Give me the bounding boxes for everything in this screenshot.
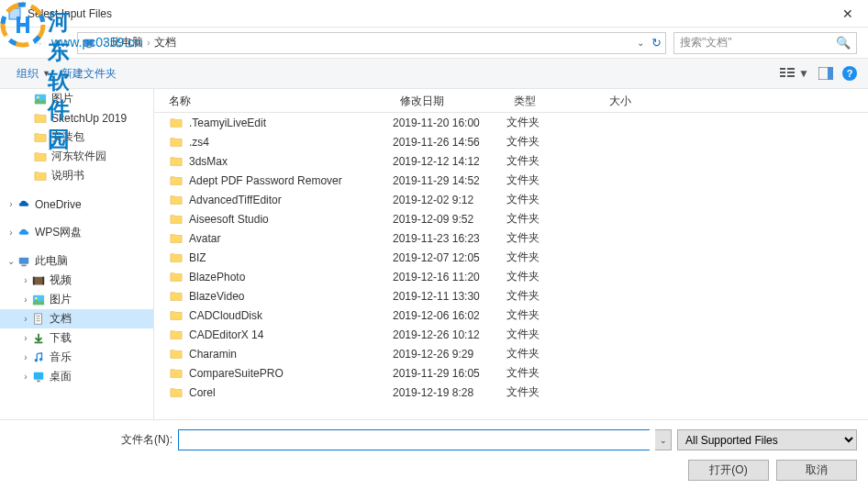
file-date: 2019-11-26 14:56	[393, 136, 506, 149]
collapse-icon[interactable]: ⌄	[6, 256, 17, 266]
svg-point-31	[35, 358, 39, 361]
file-row[interactable]: 3dsMax2019-12-12 14:12文件夹	[154, 151, 868, 171]
file-row[interactable]: CADEditorX 142019-12-26 10:12文件夹	[154, 325, 868, 344]
svg-rect-11	[780, 75, 785, 77]
file-row[interactable]: Adept PDF Password Remover2019-11-29 14:…	[154, 171, 868, 190]
file-date: 2019-12-11 13:30	[393, 290, 506, 303]
sidebar-item-documents[interactable]: ›文档	[0, 309, 153, 328]
col-size-header[interactable]: 大小	[602, 89, 675, 112]
main-area: 图片 SketchUp 2019 安装包 河东软件园 说明书 ›OneDrive…	[0, 89, 868, 419]
sidebar-item[interactable]: 河东软件园	[0, 147, 153, 166]
sidebar-item-downloads[interactable]: ›下载	[0, 328, 153, 348]
file-type: 文件夹	[506, 172, 602, 188]
file-name: .TeamyiLiveEdit	[189, 117, 266, 129]
file-row[interactable]: .TeamyiLiveEdit2019-11-20 16:00文件夹	[154, 113, 868, 132]
up-button[interactable]: ↑	[63, 36, 70, 50]
folder-icon	[33, 130, 48, 145]
file-date: 2019-12-16 11:20	[393, 271, 506, 283]
file-date: 2019-12-19 8:28	[393, 386, 506, 399]
sidebar-item-desktop[interactable]: ›桌面	[0, 367, 153, 386]
close-button[interactable]: ✕	[827, 0, 868, 27]
file-row[interactable]: CompareSuitePRO2019-11-29 16:05文件夹	[154, 363, 868, 383]
folder-icon	[169, 270, 184, 284]
file-row[interactable]: Aiseesoft Studio2019-12-09 9:52文件夹	[154, 209, 868, 228]
folder-icon	[169, 328, 184, 342]
file-row[interactable]: CADCloudDisk2019-12-06 16:02文件夹	[154, 306, 868, 325]
file-date: 2019-12-26 9:29	[393, 348, 506, 361]
music-icon	[31, 350, 46, 365]
folder-icon	[169, 116, 184, 130]
file-row[interactable]: Avatar2019-11-23 16:23文件夹	[154, 228, 868, 248]
filename-dropdown[interactable]: ⌄	[655, 429, 672, 450]
svg-rect-23	[42, 276, 44, 284]
app-icon	[7, 6, 22, 21]
file-row[interactable]: Charamin2019-12-26 9:29文件夹	[154, 344, 868, 363]
file-row[interactable]: Corel2019-12-19 8:28文件夹	[154, 383, 868, 402]
sidebar-onedrive[interactable]: ›OneDrive	[0, 194, 153, 214]
expand-icon[interactable]: ›	[6, 228, 17, 238]
breadcrumb[interactable]: › 此电脑 › 文档 ⌄ ↻	[77, 32, 666, 54]
breadcrumb-seg-1[interactable]: 文档	[154, 35, 176, 50]
file-name: Avatar	[189, 232, 220, 245]
file-type: 文件夹	[506, 134, 602, 150]
expand-icon[interactable]: ›	[6, 199, 17, 209]
col-date-header[interactable]: 修改日期	[393, 89, 506, 112]
svg-rect-19	[19, 257, 29, 263]
preview-button[interactable]	[818, 67, 833, 80]
sidebar-item[interactable]: 说明书	[0, 166, 153, 185]
file-type: 文件夹	[506, 288, 602, 304]
pc-icon	[17, 254, 31, 269]
file-date: 2019-11-23 16:23	[393, 232, 506, 245]
file-type: 文件夹	[506, 230, 602, 246]
pc-icon	[82, 36, 96, 50]
file-list-body[interactable]: .TeamyiLiveEdit2019-11-20 16:00文件夹.zs420…	[154, 113, 868, 419]
help-button[interactable]: ?	[842, 66, 857, 81]
open-button[interactable]: 打开(O)	[688, 460, 769, 481]
sidebar-item-pictures[interactable]: ›图片	[0, 290, 153, 309]
sidebar-item[interactable]: 图片	[0, 89, 153, 108]
file-row[interactable]: BlazePhoto2019-12-16 11:20文件夹	[154, 267, 868, 286]
file-row[interactable]: .zs42019-11-26 14:56文件夹	[154, 132, 868, 151]
col-name-header[interactable]: 名称	[154, 89, 393, 112]
file-row[interactable]: BIZ2019-12-07 12:05文件夹	[154, 248, 868, 267]
file-type: 文件夹	[506, 211, 602, 227]
filetype-filter[interactable]: All Supported Files	[677, 429, 857, 450]
breadcrumb-dropdown[interactable]: ⌄	[637, 38, 644, 48]
folder-icon	[169, 212, 184, 227]
sidebar: 图片 SketchUp 2019 安装包 河东软件园 说明书 ›OneDrive…	[0, 89, 154, 419]
sidebar-thispc[interactable]: ⌄此电脑	[0, 251, 153, 271]
breadcrumb-sep: ›	[147, 38, 150, 48]
file-date: 2019-12-02 9:12	[393, 194, 506, 206]
file-date: 2019-12-06 16:02	[393, 309, 506, 322]
sidebar-item-video[interactable]: ›视频	[0, 271, 153, 290]
view-button[interactable]: ▼	[780, 67, 809, 80]
breadcrumb-seg-0[interactable]: 此电脑	[110, 35, 143, 50]
refresh-button[interactable]: ↻	[651, 36, 662, 50]
sidebar-item[interactable]: SketchUp 2019	[0, 108, 153, 128]
recent-dropdown[interactable]: ▾	[51, 39, 56, 48]
svg-rect-8	[86, 46, 91, 48]
filename-input[interactable]	[178, 429, 650, 450]
svg-rect-22	[33, 276, 35, 284]
search-input[interactable]: 搜索"文档" 🔍	[673, 32, 857, 54]
col-type-header[interactable]: 类型	[506, 89, 602, 112]
file-type: 文件夹	[506, 384, 602, 400]
file-row[interactable]: BlazeVideo2019-12-11 13:30文件夹	[154, 286, 868, 306]
file-name: CADCloudDisk	[189, 309, 262, 322]
sidebar-item-music[interactable]: ›音乐	[0, 348, 153, 367]
organize-button[interactable]: 组织▼	[11, 62, 56, 85]
folder-icon	[169, 289, 184, 304]
new-folder-button[interactable]: 新建文件夹	[56, 62, 122, 85]
cancel-button[interactable]: 取消	[776, 460, 857, 481]
folder-icon	[169, 173, 184, 188]
file-name: CompareSuitePRO	[189, 367, 284, 380]
file-type: 文件夹	[506, 250, 602, 265]
folder-icon	[169, 308, 184, 323]
forward-button[interactable]: →	[31, 36, 44, 50]
file-list: 名称 修改日期 类型 大小 .TeamyiLiveEdit2019-11-20 …	[154, 89, 868, 419]
file-row[interactable]: AdvancedTiffEditor2019-12-02 9:12文件夹	[154, 190, 868, 209]
sidebar-item[interactable]: 安装包	[0, 128, 153, 147]
folder-icon	[169, 347, 184, 361]
back-button[interactable]: ←	[11, 36, 24, 50]
sidebar-wps[interactable]: ›WPS网盘	[0, 223, 153, 242]
